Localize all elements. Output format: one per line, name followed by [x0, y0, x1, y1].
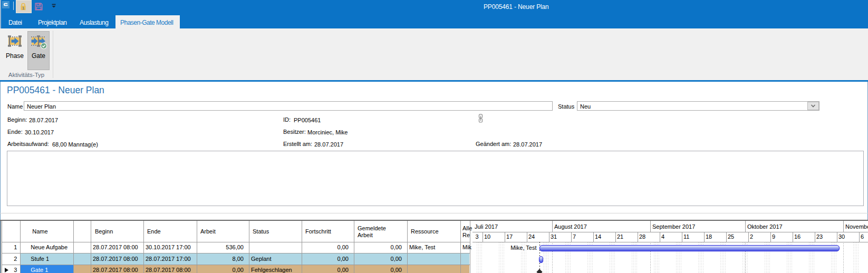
svg-text:1: 1 [22, 6, 24, 11]
